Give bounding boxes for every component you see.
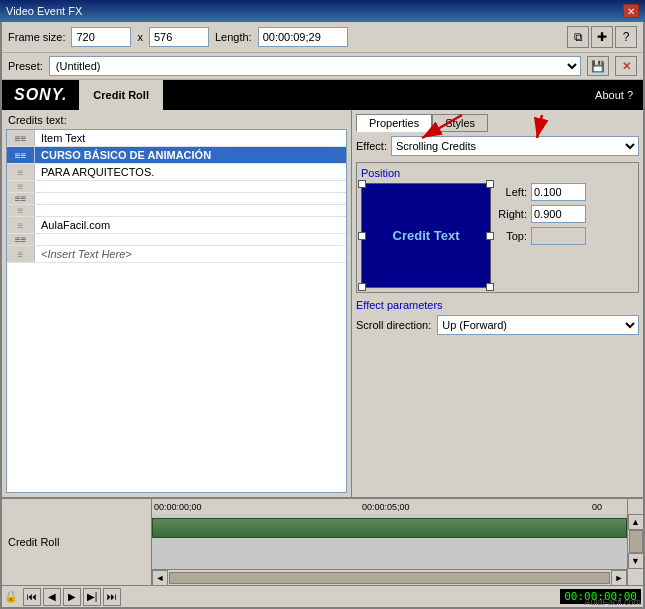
left-panel: Credits text: ≡≡ Item Text ≡≡ CURSO BÁSI…	[2, 110, 352, 497]
vscroll-down-button[interactable]: ▼	[628, 553, 644, 569]
preset-close-button[interactable]: ✕	[615, 56, 637, 76]
timeline-main: Credit Roll ▲ ▼	[2, 514, 643, 569]
ruler-mark-2: 00	[592, 502, 602, 512]
transport-next-button[interactable]: ▶|	[83, 588, 101, 606]
row-icon: ≡≡	[7, 130, 35, 146]
scroll-dir-row: Scroll direction: Up (Forward)	[356, 315, 639, 335]
sony-logo: SONY.	[2, 80, 79, 110]
credits-row[interactable]: ≡	[7, 205, 346, 217]
insert-text-row: <Insert Text Here>	[35, 246, 346, 262]
top-input[interactable]	[531, 227, 586, 245]
preset-row: Preset: (Untitled) 💾 ✕	[2, 53, 643, 80]
tab-properties[interactable]: Properties	[356, 114, 432, 132]
timeline-track	[152, 514, 627, 569]
handle-mid-left[interactable]	[358, 232, 366, 240]
preset-label: Preset:	[8, 60, 43, 72]
vscroll-up-button[interactable]: ▲	[628, 514, 644, 530]
left-field-row: Left:	[497, 183, 586, 201]
right-panel: Properties Styles Effect: Scrolling Cred…	[352, 110, 643, 497]
row-icon: ≡	[7, 217, 35, 233]
add-icon-button[interactable]: ✚	[591, 26, 613, 48]
credits-row[interactable]: ≡≡	[7, 193, 346, 205]
tabs-row: Properties Styles	[356, 114, 639, 132]
row-icon: ≡≡	[7, 234, 35, 245]
credits-row[interactable]: ≡≡ Item Text	[7, 130, 346, 147]
ruler-mark-1: 00:00:05;00	[362, 502, 410, 512]
scroll-dir-select[interactable]: Up (Forward)	[437, 315, 639, 335]
credits-row[interactable]: ≡ <Insert Text Here>	[7, 246, 346, 263]
top-label: Top:	[497, 230, 527, 242]
row-icon: ≡	[7, 164, 35, 180]
timeline-vscroll-top	[627, 499, 643, 514]
timeline-track-label: Credit Roll	[2, 514, 152, 569]
row-text	[35, 181, 346, 192]
vscroll-thumb[interactable]	[629, 530, 643, 553]
credits-row[interactable]: ≡ PARA ARQUITECTOS.	[7, 164, 346, 181]
preview-text: Credit Text	[393, 228, 460, 243]
hscroll-bar: ◄ ►	[152, 569, 627, 585]
handle-bottom-right[interactable]	[486, 283, 494, 291]
row-icon: ≡	[7, 205, 35, 216]
credits-text-label: Credits text:	[6, 114, 347, 126]
handle-bottom-left[interactable]	[358, 283, 366, 291]
transport-end-button[interactable]: ⏭	[103, 588, 121, 606]
frame-height-input[interactable]	[149, 27, 209, 47]
handle-top-left[interactable]	[358, 180, 366, 188]
credits-row[interactable]: ≡≡	[7, 234, 346, 246]
copy-icon-button[interactable]: ⧉	[567, 26, 589, 48]
window-close-button[interactable]: ✕	[623, 4, 639, 18]
transport-play-button[interactable]: ▶	[63, 588, 81, 606]
position-content: Credit Text Left:	[361, 183, 634, 288]
row-text: CURSO BÁSICO DE ANIMACIÓN	[35, 147, 346, 163]
handle-top-right[interactable]	[486, 180, 494, 188]
frame-width-input[interactable]	[71, 27, 131, 47]
help-icon-button[interactable]: ?	[615, 26, 637, 48]
main-window: Frame size: x Length: ⧉ ✚ ? Preset: (Unt…	[0, 22, 645, 609]
credits-row[interactable]: ≡	[7, 181, 346, 193]
effect-row: Effect: Scrolling Credits	[356, 136, 639, 156]
timeline-hscroll: ◄ ►	[2, 569, 643, 585]
credit-roll-tab[interactable]: Credit Roll	[79, 80, 163, 110]
content-area: Credits text: ≡≡ Item Text ≡≡ CURSO BÁSI…	[2, 110, 643, 497]
credits-row[interactable]: ≡≡ CURSO BÁSICO DE ANIMACIÓN	[7, 147, 346, 164]
hscroll-thumb[interactable]	[169, 572, 610, 584]
credits-row[interactable]: ≡ AulaFacil.com	[7, 217, 346, 234]
length-input[interactable]	[258, 27, 348, 47]
position-fields: Left: Right: Top:	[497, 183, 586, 288]
bottom-controls: 🔒 ⏮ ◀ ▶ ▶| ⏭ 00:00:00;00 AulaFacil.com	[2, 585, 643, 607]
position-group: Position Credit Text	[356, 162, 639, 293]
timeline-clip[interactable]	[152, 518, 627, 538]
sony-header: SONY. Credit Roll About ?	[2, 80, 643, 110]
timeline-vscroll: ▲ ▼	[627, 514, 643, 569]
effect-select[interactable]: Scrolling Credits	[391, 136, 639, 156]
effect-label: Effect:	[356, 140, 387, 152]
row-text: AulaFacil.com	[35, 217, 346, 233]
watermark: AulaFacil.com	[584, 597, 643, 607]
preset-select[interactable]: (Untitled)	[49, 56, 581, 76]
lock-icon: 🔒	[4, 590, 18, 603]
hscroll-label-col	[2, 569, 152, 585]
row-text	[35, 205, 346, 216]
preset-save-button[interactable]: 💾	[587, 56, 609, 76]
row-icon: ≡	[7, 246, 35, 262]
toolbar-icons: ⧉ ✚ ?	[567, 26, 637, 48]
tab-styles[interactable]: Styles	[432, 114, 488, 132]
transport-prev-button[interactable]: ◀	[43, 588, 61, 606]
row-text	[35, 193, 346, 204]
left-input[interactable]	[531, 183, 586, 201]
x-separator: x	[137, 31, 143, 43]
handle-mid-right[interactable]	[486, 232, 494, 240]
hscroll-right-button[interactable]: ►	[611, 570, 627, 586]
hscroll-left-button[interactable]: ◄	[152, 570, 168, 586]
row-icon: ≡≡	[7, 147, 35, 163]
transport-rewind-button[interactable]: ⏮	[23, 588, 41, 606]
frame-size-label: Frame size:	[8, 31, 65, 43]
right-field-row: Right:	[497, 205, 586, 223]
effect-params-link[interactable]: Effect parameters	[356, 299, 639, 311]
timeline-area: 00:00:00;00 00:00:05;00 00 Credit Roll ▲…	[2, 497, 643, 607]
about-link[interactable]: About ?	[585, 89, 643, 101]
row-icon: ≡≡	[7, 193, 35, 204]
position-title[interactable]: Position	[361, 167, 634, 179]
right-input[interactable]	[531, 205, 586, 223]
preview-box: Credit Text	[361, 183, 491, 288]
